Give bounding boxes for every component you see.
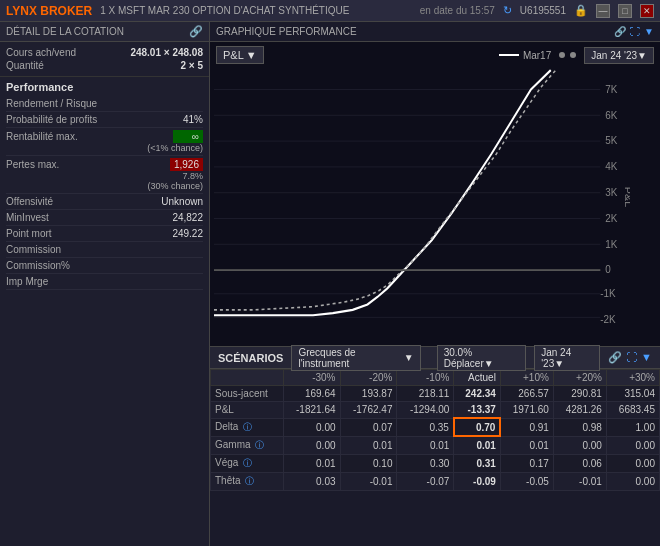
col-label [211,370,284,386]
left-panel: DÉTAIL DE LA COTATION 🔗 Cours ach/vend 2… [0,22,210,546]
table-header-row: -30% -20% -10% Actuel +10% +20% +30% [211,370,660,386]
menu-icon[interactable]: ▼ [644,26,654,37]
col-minus30: -30% [283,370,340,386]
table-cell: 266.57 [500,386,553,402]
probabilite-value: 41% [183,114,203,125]
table-cell: 169.64 [283,386,340,402]
commission-row: Commission [6,242,203,258]
table-cell: -0.01 [340,472,397,490]
scenarios-icons: 🔗 ⛶ ▼ [608,351,652,364]
pertes-label: Pertes max. [6,159,59,170]
lock-icon: 🔒 [574,4,588,17]
table-cell: -1821.64 [283,402,340,419]
maximize-button[interactable]: □ [618,4,632,18]
table-row: Véga ⓘ0.010.100.300.310.170.060.00 [211,454,660,472]
scen-expand-icon[interactable]: ⛶ [626,351,637,364]
scenarios-tbody: Sous-jacent169.64193.87218.11242.34266.5… [211,386,660,491]
svg-text:5K: 5K [605,135,617,146]
svg-text:0: 0 [605,264,611,275]
table-cell: -0.05 [500,472,553,490]
col-plus20: +20% [553,370,606,386]
refresh-icon[interactable]: ↻ [503,4,512,17]
table-cell: 0.10 [340,454,397,472]
main-layout: DÉTAIL DE LA COTATION 🔗 Cours ach/vend 2… [0,22,660,546]
commission-pct-label: Commission% [6,260,70,271]
grecques-dropdown[interactable]: Grecques de l'instrument ▼ [291,345,420,371]
col-minus20: -20% [340,370,397,386]
chart-svg-wrapper: 7K 6K 5K 4K 3K 2K 1K 0 -1K -2K P&L 200 [210,68,660,346]
table-cell: -0.07 [397,472,454,490]
table-cell: -0.09 [454,472,500,490]
expand-icon[interactable]: ⛶ [630,26,640,37]
pl-label: P&L [223,49,244,61]
svg-text:-2K: -2K [600,313,616,324]
table-cell: -13.37 [454,402,500,419]
table-row: Gamma ⓘ0.000.010.010.010.010.000.00 [211,436,660,454]
pl-dropdown[interactable]: P&L ▼ [216,46,264,64]
deplacer-dropdown[interactable]: 30.0% Déplacer▼ [437,345,527,371]
jan24-scen-label: Jan 24 '23 [541,347,571,369]
scenarios-table: -30% -20% -10% Actuel +10% +20% +30% Sou… [210,369,660,491]
table-cell: 0.01 [340,436,397,454]
table-cell: 0.01 [500,436,553,454]
minimize-button[interactable]: — [596,4,610,18]
user-label: U6195551 [520,5,566,16]
table-cell: 0.07 [340,418,397,436]
info-icon[interactable]: ⓘ [243,476,255,486]
table-cell: 0.30 [397,454,454,472]
probabilite-label: Probabilité de profits [6,114,97,125]
table-cell: 1971.60 [500,402,553,419]
info-icon[interactable]: ⓘ [240,458,252,468]
mar17-legend: Mar17 [499,50,551,61]
col-plus30: +30% [606,370,659,386]
pointmort-value: 249.22 [172,228,203,239]
table-cell: 0.91 [500,418,553,436]
mininvest-label: MinInvest [6,212,49,223]
scen-menu-icon[interactable]: ▼ [641,351,652,364]
table-cell: 0.00 [606,436,659,454]
chart-container: P&L ▼ Mar17 Jan 24 '23▼ [210,42,660,346]
svg-text:1K: 1K [605,238,617,249]
pertes-sub: 7.8% [182,171,203,181]
svg-text:P&L: P&L [623,187,630,208]
row-label: Sous-jacent [211,386,284,402]
jan24-dot2 [570,52,576,58]
close-button[interactable]: ✕ [640,4,654,18]
table-cell: -1294.00 [397,402,454,419]
svg-text:2K: 2K [605,212,617,223]
table-cell: 0.01 [283,454,340,472]
link-icon[interactable]: 🔗 [614,26,626,37]
table-cell: 0.06 [553,454,606,472]
rentabilite-block: Rentabilité max. ∞ (<1% chance) [6,128,203,156]
scen-link-icon[interactable]: 🔗 [608,351,622,364]
cotation-link-icon[interactable]: 🔗 [189,25,203,38]
col-actuel: Actuel [454,370,500,386]
commission-pct-row: Commission% [6,258,203,274]
pertes-sub-row: 7.8% [6,171,203,181]
cours-sell: 248.08 [172,47,203,58]
cours-row: Cours ach/vend 248.01 × 248.08 [6,46,203,59]
col-plus10: +10% [500,370,553,386]
table-cell: 0.00 [553,436,606,454]
jan24-scen-dropdown[interactable]: Jan 24 '23▼ [534,345,600,371]
jan24-legend [559,52,576,58]
svg-text:-1K: -1K [600,288,616,299]
jan24-dropdown[interactable]: Jan 24 '23▼ [584,47,654,64]
info-icon[interactable]: ⓘ [253,440,265,450]
chart-header-icons: 🔗 ⛶ ▼ [614,26,654,37]
titlebar: LYNX BROKER 1 X MSFT MAR 230 OPTION D'AC… [0,0,660,22]
row-label: Delta ⓘ [211,418,284,436]
row-label: Véga ⓘ [211,454,284,472]
deplacer-label: 30.0% Déplacer [444,347,484,369]
table-cell: 1.00 [606,418,659,436]
info-icon[interactable]: ⓘ [240,422,252,432]
table-row: Delta ⓘ0.000.070.350.700.910.981.00 [211,418,660,436]
mar17-line [499,54,519,56]
table-cell: 0.00 [283,436,340,454]
probabilite-row: Probabilité de profits 41% [6,112,203,128]
svg-text:6K: 6K [605,109,617,120]
rentabilite-sub-row: (<1% chance) [6,143,203,153]
table-cell: 0.01 [397,436,454,454]
table-cell: 290.81 [553,386,606,402]
table-cell: 0.00 [606,454,659,472]
